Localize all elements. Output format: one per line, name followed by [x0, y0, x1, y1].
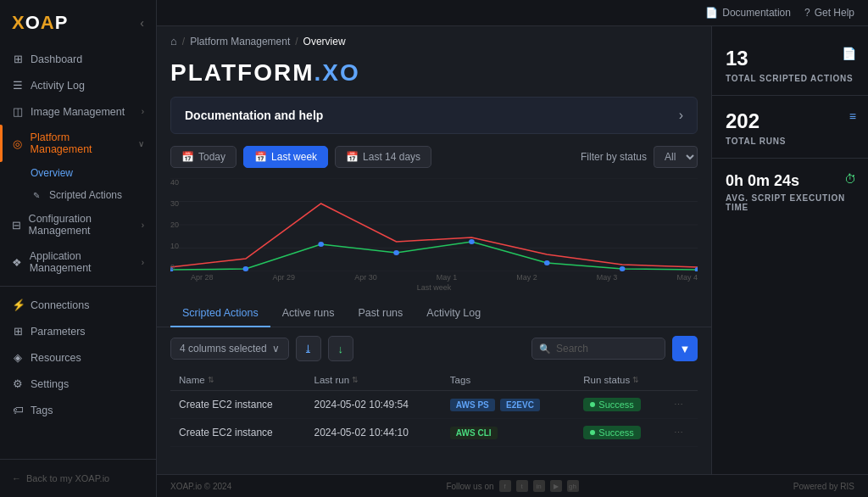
today-filter-button[interactable]: 📅 Today: [170, 146, 236, 168]
sidebar-item-resources[interactable]: ◈ Resources: [0, 344, 156, 371]
stats-panel: 13 TOTAL SCRIPTED ACTIONS 📄 202 TOTAL RU…: [711, 26, 868, 474]
sidebar-collapse-button[interactable]: ‹: [140, 16, 144, 30]
documentation-banner[interactable]: Documentation and help ›: [170, 97, 698, 134]
back-to-xoap-link[interactable]: ← Back to my XOAP.io: [0, 466, 156, 490]
filter-icon: ▼: [680, 343, 691, 355]
chevron-down-icon: ∨: [272, 343, 280, 355]
sidebar-item-image-management[interactable]: ◫ Image Management ›: [0, 98, 156, 125]
platform-management-breadcrumb[interactable]: Platform Management: [190, 36, 290, 47]
columns-label: 4 columns selected: [180, 343, 267, 355]
status-badge: Success: [583, 426, 641, 439]
sidebar-item-overview[interactable]: Overview: [24, 162, 156, 184]
chart-y-axis: 40 30 20 10 0: [170, 178, 191, 271]
row-action-icon[interactable]: ⋯: [674, 427, 683, 438]
search-box: 🔍: [531, 338, 665, 360]
settings-icon: ⚙: [12, 377, 24, 390]
tag-aws-cli: AWS CLI: [450, 427, 498, 439]
sidebar-item-label: Resources: [31, 352, 81, 364]
twitter-icon[interactable]: t: [516, 480, 528, 492]
sidebar-item-dashboard[interactable]: ⊞ Dashboard: [0, 46, 156, 72]
copyright-text: XOAP.io © 2024: [170, 482, 231, 491]
export-csv-button[interactable]: ⤓: [296, 336, 321, 361]
stat-value: 13: [726, 47, 854, 70]
tab-active-runs[interactable]: Active runs: [270, 300, 347, 327]
chart-x-axis: Apr 28 Apr 29 Apr 30 May 1 May 2 May 3 M…: [170, 273, 698, 282]
sidebar-item-scripted-actions[interactable]: ✎ Scripted Actions: [24, 184, 156, 206]
last-week-label: Last week: [271, 151, 317, 163]
chevron-right-icon: ›: [142, 107, 144, 116]
row-action-icon[interactable]: ⋯: [674, 399, 683, 410]
overview-label: Overview: [31, 167, 73, 179]
svg-point-12: [695, 267, 698, 271]
search-icon: 🔍: [539, 343, 551, 355]
overview-breadcrumb: Overview: [303, 36, 346, 47]
col-header-actions: [665, 370, 698, 391]
sidebar-logo-area: XOAP ‹: [0, 0, 156, 42]
filter-status-group: Filter by status All: [581, 146, 698, 168]
facebook-icon[interactable]: f: [499, 480, 511, 492]
search-input[interactable]: [556, 343, 658, 355]
home-breadcrumb[interactable]: ⌂: [170, 35, 177, 47]
sidebar-bottom: ← Back to my XOAP.io: [0, 459, 156, 497]
platform-dot: .: [314, 59, 322, 86]
back-arrow-icon: ←: [12, 473, 21, 483]
sidebar-item-platform-management[interactable]: ◎ Platform Management ∨: [0, 125, 156, 162]
today-label: Today: [198, 151, 225, 163]
timer-icon: ⏱: [844, 172, 856, 186]
dashboard-icon: ⊞: [12, 53, 24, 65]
platform-logo: PLATFORM.XO: [170, 59, 698, 87]
scripted-actions-label: Scripted Actions: [49, 189, 122, 201]
cell-name: Create EC2 instance: [170, 391, 306, 419]
stat-label: AVG. SCRIPT EXECUTION TIME: [726, 193, 854, 212]
sidebar-item-tags[interactable]: 🏷 Tags: [0, 397, 156, 423]
app-logo: XOAP: [12, 12, 68, 34]
sidebar-item-connections[interactable]: ⚡ Connections: [0, 292, 156, 318]
sidebar-item-configuration-management[interactable]: ⊟ Configuration Management ›: [0, 206, 156, 243]
chevron-right-icon: ›: [142, 258, 144, 267]
stat-value: 0h 0m 24s: [726, 172, 854, 190]
sidebar-item-parameters[interactable]: ⊞ Parameters: [0, 318, 156, 344]
table-filter-button[interactable]: ▼: [672, 336, 698, 361]
columns-select-button[interactable]: 4 columns selected ∨: [170, 338, 289, 360]
status-filter-select[interactable]: All: [654, 146, 698, 168]
linkedin-icon[interactable]: in: [533, 480, 545, 492]
connections-icon: ⚡: [12, 299, 24, 311]
sort-icon: ⇅: [352, 376, 359, 384]
status-dot: [590, 402, 595, 407]
tab-scripted-actions[interactable]: Scripted Actions: [170, 300, 270, 327]
platform-management-icon: ◎: [12, 137, 24, 150]
sidebar-item-label: Settings: [31, 378, 69, 390]
tabs-bar: Scripted Actions Active runs Past runs A…: [157, 300, 711, 327]
last-week-filter-button[interactable]: 📅 Last week: [243, 146, 328, 168]
platform-text: PLATFORM: [170, 59, 314, 86]
tab-past-runs[interactable]: Past runs: [346, 300, 415, 327]
svg-point-6: [243, 266, 249, 271]
tag-e2evc: E2EVC: [500, 399, 540, 411]
social-links: Follow us on f t in ▶ gh: [446, 480, 578, 492]
download-button[interactable]: ↓: [328, 336, 353, 361]
get-help-link[interactable]: ? Get Help: [804, 7, 854, 19]
chart-svg: [170, 178, 698, 271]
cell-tags: AWS PS E2EVC: [442, 391, 575, 419]
sidebar-item-label: Image Management: [31, 106, 125, 118]
image-management-icon: ◫: [12, 105, 24, 118]
cell-status: Success: [575, 391, 665, 419]
sidebar-item-activity-log[interactable]: ☰ Activity Log: [0, 72, 156, 98]
documentation-link[interactable]: 📄 Documentation: [705, 7, 791, 19]
last-14-days-filter-button[interactable]: 📅 Last 14 days: [335, 146, 431, 168]
sidebar-item-label: Platform Management: [31, 131, 131, 155]
calendar-icon: 📅: [181, 151, 194, 163]
footer: XOAP.io © 2024 Follow us on f t in ▶ gh …: [157, 474, 868, 497]
sidebar-item-settings[interactable]: ⚙ Settings: [0, 371, 156, 397]
svg-point-10: [544, 260, 550, 265]
sort-icon: ⇅: [632, 376, 639, 384]
youtube-icon[interactable]: ▶: [550, 480, 562, 492]
calendar-icon: 📅: [346, 151, 359, 163]
sidebar-item-application-management[interactable]: ❖ Application Management ›: [0, 243, 156, 281]
sidebar-navigation: ⊞ Dashboard ☰ Activity Log ◫ Image Manag…: [0, 42, 156, 459]
doc-banner-title: Documentation and help: [185, 109, 323, 122]
tab-activity-log[interactable]: Activity Log: [415, 300, 492, 327]
github-icon[interactable]: gh: [567, 480, 579, 492]
cell-last-run: 2024-05-02 10:49:54: [306, 391, 442, 419]
get-help-label: Get Help: [815, 7, 854, 19]
